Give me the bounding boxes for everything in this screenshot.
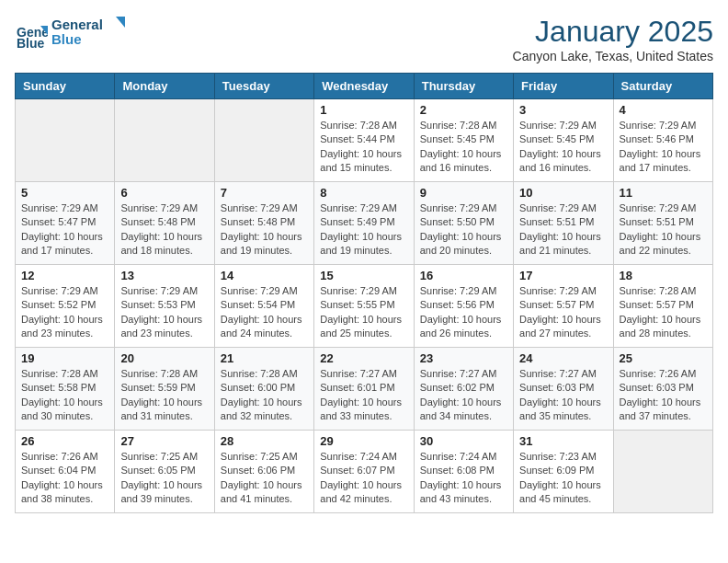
calendar-cell: 17Sunrise: 7:29 AMSunset: 5:57 PMDayligh… (514, 265, 613, 348)
day-number: 27 (120, 434, 208, 448)
calendar-cell: 31Sunrise: 7:23 AMSunset: 6:09 PMDayligh… (514, 431, 613, 513)
day-info: Sunrise: 7:29 AMSunset: 5:51 PMDaylight:… (519, 201, 607, 259)
day-number: 21 (221, 351, 308, 365)
calendar-cell: 29Sunrise: 7:24 AMSunset: 6:07 PMDayligh… (314, 431, 414, 513)
col-header-sunday: Sunday (16, 74, 115, 99)
calendar-cell: 8Sunrise: 7:29 AMSunset: 5:49 PMDaylight… (314, 182, 414, 265)
day-info: Sunrise: 7:28 AMSunset: 5:44 PMDaylight:… (320, 119, 407, 176)
day-number: 7 (221, 186, 308, 200)
day-info: Sunrise: 7:28 AMSunset: 5:59 PMDaylight:… (120, 367, 208, 424)
generalblue-logo: General Blue (51, 15, 125, 52)
page-header: General Blue General Blue January 2025 C… (15, 15, 713, 63)
day-info: Sunrise: 7:29 AMSunset: 5:46 PMDaylight:… (620, 119, 707, 176)
calendar-cell: 5Sunrise: 7:29 AMSunset: 5:47 PMDaylight… (16, 182, 115, 265)
day-number: 20 (120, 351, 208, 365)
day-number: 9 (420, 186, 507, 200)
calendar-cell: 21Sunrise: 7:28 AMSunset: 6:00 PMDayligh… (214, 348, 313, 431)
day-info: Sunrise: 7:29 AMSunset: 5:50 PMDaylight:… (420, 201, 507, 259)
calendar-table: SundayMondayTuesdayWednesdayThursdayFrid… (15, 73, 713, 513)
day-info: Sunrise: 7:29 AMSunset: 5:48 PMDaylight:… (221, 201, 308, 259)
col-header-saturday: Saturday (613, 74, 712, 99)
day-number: 17 (519, 269, 607, 282)
day-info: Sunrise: 7:27 AMSunset: 6:03 PMDaylight:… (519, 367, 607, 424)
day-number: 16 (420, 269, 507, 282)
day-info: Sunrise: 7:29 AMSunset: 5:52 PMDaylight:… (21, 284, 108, 341)
col-header-thursday: Thursday (414, 74, 513, 99)
calendar-cell: 19Sunrise: 7:28 AMSunset: 5:58 PMDayligh… (16, 348, 115, 431)
calendar-cell: 3Sunrise: 7:29 AMSunset: 5:45 PMDaylight… (514, 99, 613, 182)
month-title: January 2025 (513, 15, 713, 49)
calendar-cell: 30Sunrise: 7:24 AMSunset: 6:08 PMDayligh… (414, 431, 513, 513)
svg-text:Blue: Blue (51, 31, 82, 47)
day-number: 12 (21, 269, 108, 282)
day-info: Sunrise: 7:24 AMSunset: 6:07 PMDaylight:… (320, 450, 407, 507)
day-info: Sunrise: 7:28 AMSunset: 5:57 PMDaylight:… (620, 284, 707, 341)
day-info: Sunrise: 7:29 AMSunset: 5:57 PMDaylight:… (519, 284, 607, 341)
svg-text:General: General (51, 17, 103, 32)
day-number: 18 (620, 269, 707, 282)
day-number: 29 (320, 434, 407, 448)
day-info: Sunrise: 7:23 AMSunset: 6:09 PMDaylight:… (519, 450, 607, 507)
calendar-cell (214, 99, 313, 182)
week-row-3: 12Sunrise: 7:29 AMSunset: 5:52 PMDayligh… (16, 265, 713, 348)
day-info: Sunrise: 7:29 AMSunset: 5:45 PMDaylight:… (519, 119, 607, 176)
calendar-cell: 7Sunrise: 7:29 AMSunset: 5:48 PMDaylight… (214, 182, 313, 265)
day-number: 26 (21, 434, 108, 448)
day-info: Sunrise: 7:29 AMSunset: 5:55 PMDaylight:… (320, 284, 407, 341)
week-row-4: 19Sunrise: 7:28 AMSunset: 5:58 PMDayligh… (16, 348, 713, 431)
day-number: 23 (420, 351, 507, 365)
day-number: 8 (320, 186, 407, 200)
day-number: 11 (620, 186, 707, 200)
day-number: 1 (320, 103, 407, 117)
day-info: Sunrise: 7:28 AMSunset: 5:58 PMDaylight:… (21, 367, 108, 424)
location-text: Canyon Lake, Texas, United States (513, 49, 713, 63)
calendar-cell: 9Sunrise: 7:29 AMSunset: 5:50 PMDaylight… (414, 182, 513, 265)
day-number: 13 (120, 269, 208, 282)
calendar-cell: 20Sunrise: 7:28 AMSunset: 5:59 PMDayligh… (115, 348, 214, 431)
calendar-cell: 23Sunrise: 7:27 AMSunset: 6:02 PMDayligh… (414, 348, 513, 431)
calendar-cell: 28Sunrise: 7:25 AMSunset: 6:06 PMDayligh… (214, 431, 313, 513)
calendar-cell (115, 99, 214, 182)
day-number: 24 (519, 351, 607, 365)
day-number: 4 (620, 103, 707, 117)
calendar-cell: 14Sunrise: 7:29 AMSunset: 5:54 PMDayligh… (214, 265, 313, 348)
col-header-wednesday: Wednesday (314, 74, 414, 99)
day-number: 3 (519, 103, 607, 117)
day-info: Sunrise: 7:26 AMSunset: 6:03 PMDaylight:… (620, 367, 707, 424)
calendar-cell: 12Sunrise: 7:29 AMSunset: 5:52 PMDayligh… (16, 265, 115, 348)
calendar-cell: 15Sunrise: 7:29 AMSunset: 5:55 PMDayligh… (314, 265, 414, 348)
day-info: Sunrise: 7:25 AMSunset: 6:06 PMDaylight:… (221, 450, 308, 507)
calendar-cell: 11Sunrise: 7:29 AMSunset: 5:51 PMDayligh… (613, 182, 712, 265)
calendar-cell: 4Sunrise: 7:29 AMSunset: 5:46 PMDaylight… (613, 99, 712, 182)
col-header-tuesday: Tuesday (214, 74, 313, 99)
day-info: Sunrise: 7:24 AMSunset: 6:08 PMDaylight:… (420, 450, 507, 507)
day-number: 10 (519, 186, 607, 200)
day-number: 5 (21, 186, 108, 200)
col-header-monday: Monday (115, 74, 214, 99)
logo-icon: General Blue (15, 18, 48, 52)
day-info: Sunrise: 7:27 AMSunset: 6:01 PMDaylight:… (320, 367, 407, 424)
day-number: 28 (221, 434, 308, 448)
svg-text:Blue: Blue (17, 36, 45, 51)
day-info: Sunrise: 7:29 AMSunset: 5:54 PMDaylight:… (221, 284, 308, 341)
calendar-cell (613, 431, 712, 513)
day-info: Sunrise: 7:29 AMSunset: 5:56 PMDaylight:… (420, 284, 507, 341)
day-info: Sunrise: 7:26 AMSunset: 6:04 PMDaylight:… (21, 450, 108, 507)
calendar-cell: 18Sunrise: 7:28 AMSunset: 5:57 PMDayligh… (613, 265, 712, 348)
calendar-cell: 26Sunrise: 7:26 AMSunset: 6:04 PMDayligh… (16, 431, 115, 513)
week-row-5: 26Sunrise: 7:26 AMSunset: 6:04 PMDayligh… (16, 431, 713, 513)
day-info: Sunrise: 7:28 AMSunset: 5:45 PMDaylight:… (420, 119, 507, 176)
svg-marker-5 (116, 17, 125, 28)
calendar-cell: 6Sunrise: 7:29 AMSunset: 5:48 PMDaylight… (115, 182, 214, 265)
day-info: Sunrise: 7:28 AMSunset: 6:00 PMDaylight:… (221, 367, 308, 424)
day-number: 25 (620, 351, 707, 365)
day-number: 22 (320, 351, 407, 365)
day-info: Sunrise: 7:29 AMSunset: 5:49 PMDaylight:… (320, 201, 407, 259)
col-header-friday: Friday (514, 74, 613, 99)
day-number: 31 (519, 434, 607, 448)
calendar-header-row: SundayMondayTuesdayWednesdayThursdayFrid… (16, 74, 713, 99)
calendar-cell: 1Sunrise: 7:28 AMSunset: 5:44 PMDaylight… (314, 99, 414, 182)
calendar-cell: 16Sunrise: 7:29 AMSunset: 5:56 PMDayligh… (414, 265, 513, 348)
day-number: 15 (320, 269, 407, 282)
calendar-cell (16, 99, 115, 182)
